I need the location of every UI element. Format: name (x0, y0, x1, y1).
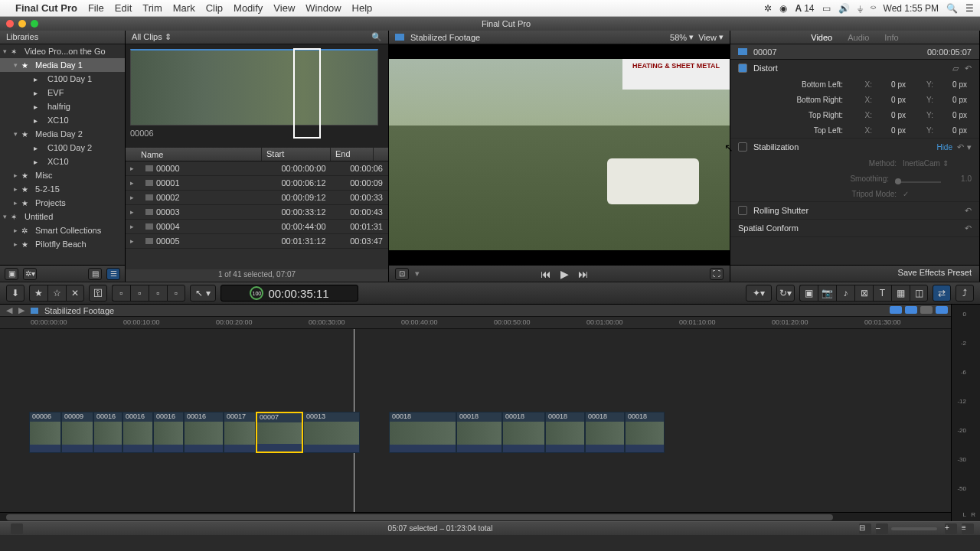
next-edit-button[interactable]: ⏭ (578, 268, 589, 280)
play-button[interactable]: ▶ (560, 268, 569, 280)
clip-list[interactable]: Name Start End ▸0000000:00:00:0000:00:06… (126, 148, 388, 269)
tripod-checkbox[interactable]: ✓ (903, 190, 972, 198)
unfavorite-button[interactable]: ☆ (47, 285, 66, 302)
themes-button[interactable]: ◫ (910, 285, 928, 302)
clip-row[interactable]: ▸0000200:00:09:1200:00:33 (126, 191, 388, 205)
library-tree[interactable]: ▾✶Video Pro...on the Go▾★Media Day 1▸C10… (0, 44, 125, 265)
zoom-out-button[interactable]: – (876, 523, 888, 534)
tab-info[interactable]: Info (884, 33, 898, 42)
favorite-button[interactable]: ★ (29, 285, 47, 302)
fullscreen-button[interactable]: ⛶ (710, 268, 724, 280)
titles-button[interactable]: T (873, 285, 891, 302)
audio-meter-toggle[interactable]: ≡ (962, 523, 974, 534)
display-icon[interactable]: ▭ (822, 3, 831, 14)
adobe-cc-icon[interactable]: A 14 (795, 3, 814, 14)
stabilization-checkbox[interactable] (738, 142, 747, 152)
reset-icon[interactable]: ↶ (965, 64, 972, 73)
zoom-slider[interactable] (891, 527, 937, 530)
timeline-clip[interactable]: 00018 (545, 412, 585, 453)
timeline-clip[interactable]: 00018 (585, 412, 625, 453)
tab-video[interactable]: Video (811, 33, 832, 42)
save-effects-preset-button[interactable]: Save Effects Preset (730, 265, 979, 282)
transform-button[interactable]: ⊡ (395, 268, 409, 280)
share-button[interactable]: ⤴ (956, 285, 974, 302)
rolling-shutter-checkbox[interactable] (738, 206, 747, 215)
wifi-icon[interactable]: ⌔ (871, 3, 876, 14)
photos-button[interactable]: 📷 (818, 285, 836, 302)
menu-file[interactable]: File (88, 2, 104, 14)
skimmer-selection[interactable] (293, 48, 321, 139)
menu-view[interactable]: View (273, 2, 295, 14)
menu-edit[interactable]: Edit (115, 2, 132, 14)
timeline-clip[interactable]: 00018 (502, 412, 545, 453)
import-button[interactable]: ▣ (5, 268, 18, 280)
traffic-lights[interactable] (6, 20, 38, 28)
filmstrip[interactable]: 00006 (126, 44, 388, 148)
insert-button[interactable]: ▫ (130, 285, 149, 302)
audio-skimming-button[interactable] (905, 306, 917, 314)
timeline-index-button[interactable] (11, 523, 23, 534)
minimize-icon[interactable] (18, 20, 26, 28)
clip-row[interactable]: ▸0000000:00:00:0000:00:06 (126, 161, 388, 176)
generators-button[interactable]: ▦ (891, 285, 910, 302)
reset-icon[interactable]: ↶ (957, 142, 964, 152)
arrow-tool[interactable]: ↖ ▾ (190, 285, 216, 302)
timeline-ruler[interactable]: 00:00:00:0000:00:10:0000:00:20:0000:00:3… (0, 317, 951, 329)
enhance-button[interactable]: ↻▾ (776, 285, 795, 302)
tree-item[interactable]: ▸EVF (0, 86, 125, 99)
view-menu[interactable]: View (698, 33, 717, 42)
timeline-clip[interactable]: 00006 (29, 412, 61, 453)
tree-item[interactable]: ▸XC10 (0, 155, 125, 168)
menu-window[interactable]: Window (305, 2, 341, 14)
chevron-down-icon[interactable]: ▾ (967, 142, 972, 152)
tree-item[interactable]: ▸C100 Day 1 (0, 72, 125, 86)
menu-mark[interactable]: Mark (173, 2, 195, 14)
tree-item[interactable]: ▸★5-2-15 (0, 182, 125, 196)
timeline-clip[interactable]: 00016 (122, 412, 153, 453)
volume-icon[interactable]: 🔊 (838, 3, 850, 14)
tree-item[interactable]: ▾★Media Day 1 (0, 58, 125, 72)
zoom-in-button[interactable]: + (945, 523, 957, 534)
music-button[interactable]: ♪ (836, 285, 854, 302)
connect-button[interactable]: ▫ (112, 285, 130, 302)
append-button[interactable]: ▫ (149, 285, 167, 302)
timeline-clip[interactable]: 00018 (389, 412, 456, 453)
tree-item[interactable]: ▸★Projects (0, 196, 125, 210)
viewer-zoom[interactable]: 58% (670, 33, 687, 42)
clip-row[interactable]: ▸0000400:00:44:0000:01:31 (126, 220, 388, 234)
prev-edit-button[interactable]: ⏮ (541, 268, 551, 280)
overwrite-button[interactable]: ▫ (167, 285, 185, 302)
import-button[interactable]: ⬇ (6, 285, 24, 302)
list-header[interactable]: Name Start End (126, 148, 388, 161)
method-select[interactable]: InertiaCam ⇕ (903, 159, 972, 168)
reset-icon[interactable]: ↶ (965, 206, 972, 216)
tree-item[interactable]: ▸XC10 (0, 113, 125, 127)
timeline-clip[interactable]: 00017 (224, 412, 256, 453)
timeline-clip[interactable]: 00016 (93, 412, 122, 453)
timecode-display[interactable]: 100 00:00:35:11 (220, 285, 358, 302)
search-icon[interactable]: 🔍 (371, 32, 382, 42)
clip-row[interactable]: ▸0000100:00:06:1200:00:09 (126, 176, 388, 191)
filmstrip-view-button[interactable]: ▤ (88, 268, 102, 280)
skimming-button[interactable] (890, 306, 902, 314)
timeline-tracks[interactable]: 0000600009000160001600016000160001700007… (0, 329, 951, 512)
tree-item[interactable]: ▸✲Smart Collections (0, 223, 125, 237)
tree-item[interactable]: ▸C100 Day 2 (0, 141, 125, 155)
timeline-clip[interactable]: 00016 (153, 412, 184, 453)
browser-filter[interactable]: All Clips (132, 32, 162, 41)
background-task-ring[interactable]: 100 (250, 286, 263, 300)
list-view-button[interactable]: ☰ (106, 268, 120, 280)
inspector-toggle[interactable]: ⇄ (933, 285, 951, 302)
transitions-button[interactable]: ⊠ (854, 285, 873, 302)
keyword-button[interactable]: ⚿ (89, 285, 107, 302)
timeline-clip[interactable]: 00016 (184, 412, 224, 453)
distort-checkbox[interactable] (738, 64, 747, 73)
timeline-clip[interactable]: 00018 (625, 412, 665, 453)
reject-button[interactable]: ✕ (66, 285, 84, 302)
tree-item[interactable]: ▾★Media Day 2 (0, 127, 125, 141)
timeline-clip[interactable]: 00013 (303, 412, 360, 453)
close-icon[interactable] (6, 20, 14, 28)
clip-row[interactable]: ▸0000300:00:33:1200:00:43 (126, 205, 388, 220)
retime-button[interactable]: ✦▾ (746, 285, 772, 302)
clock[interactable]: Wed 1:55 PM (884, 3, 939, 14)
